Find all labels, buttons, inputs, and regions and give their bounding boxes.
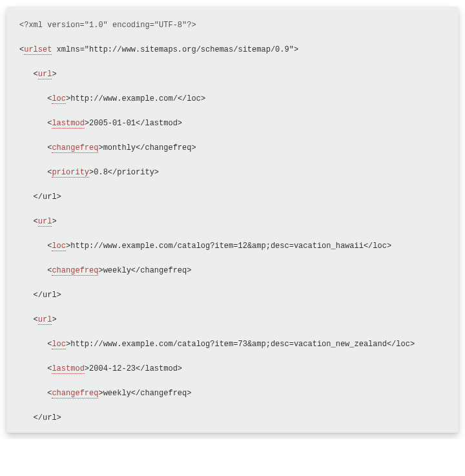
xml-decl-text: <?xml version="1.0" encoding="UTF-8"?>: [19, 21, 196, 30]
loc-value: http://www.example.com/: [70, 94, 178, 103]
priority-line: <priority>0.8</priority>: [19, 167, 446, 178]
url-tag[interactable]: url: [38, 315, 52, 325]
urlset-tag[interactable]: urlset: [24, 45, 52, 55]
changefreq-tag[interactable]: changefreq: [52, 389, 98, 398]
loc-value: http://www.example.com/catalog?item=73&a…: [70, 340, 387, 349]
loc-line: <loc>http://www.example.com/</loc>: [19, 93, 446, 105]
loc-tag[interactable]: loc: [52, 340, 66, 349]
priority-tag[interactable]: priority: [52, 168, 89, 178]
lastmod-line: <lastmod>2005-01-01</lastmod>: [19, 118, 446, 129]
changefreq-tag[interactable]: changefreq: [52, 143, 98, 153]
url-open: <url>: [19, 314, 446, 326]
xml-declaration: <?xml version="1.0" encoding="UTF-8"?>: [19, 19, 446, 31]
loc-tag[interactable]: loc: [52, 242, 66, 251]
changefreq-value: weekly: [103, 266, 131, 275]
url-open: <url>: [19, 68, 446, 80]
lastmod-tag[interactable]: lastmod: [52, 364, 84, 374]
lastmod-value: 2005-01-01: [89, 119, 136, 128]
url-close: </url>: [19, 412, 446, 424]
priority-value: 0.8: [94, 168, 108, 177]
loc-line: <loc>http://www.example.com/catalog?item…: [19, 240, 446, 252]
url-close: </url>: [19, 289, 446, 301]
urlset-open: <urlset xmlns="http://www.sitemaps.org/s…: [19, 44, 446, 56]
changefreq-line: <changefreq>monthly</changefreq>: [19, 142, 446, 154]
changefreq-tag[interactable]: changefreq: [52, 266, 98, 276]
xml-code-block: <?xml version="1.0" encoding="UTF-8"?> <…: [6, 6, 459, 433]
lastmod-line: <lastmod>2004-12-23</lastmod>: [19, 363, 446, 375]
loc-tag[interactable]: loc: [52, 94, 66, 104]
loc-value: http://www.example.com/catalog?item=12&a…: [70, 242, 364, 251]
changefreq-value: weekly: [103, 389, 131, 398]
changefreq-line: <changefreq>weekly</changefreq>: [19, 265, 446, 276]
changefreq-line: <changefreq>weekly</changefreq>: [19, 388, 446, 399]
url-close: </url>: [19, 191, 446, 203]
url-open: <url>: [19, 216, 446, 227]
url-tag[interactable]: url: [38, 70, 52, 79]
loc-line: <loc>http://www.example.com/catalog?item…: [19, 338, 446, 350]
changefreq-value: monthly: [103, 143, 136, 152]
url-tag[interactable]: url: [38, 217, 52, 227]
lastmod-value: 2004-12-23: [89, 364, 136, 373]
lastmod-tag[interactable]: lastmod: [52, 119, 84, 129]
